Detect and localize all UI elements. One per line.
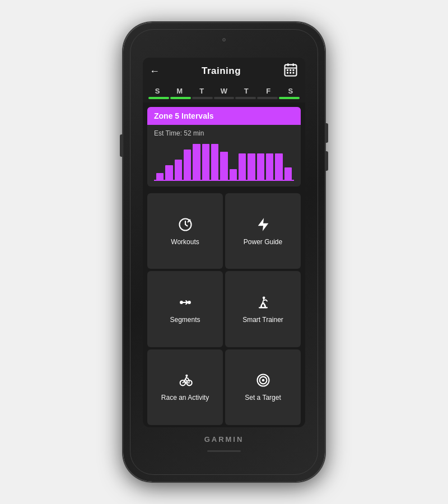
race-activity-icon — [178, 372, 193, 390]
side-button-left[interactable] — [120, 134, 123, 157]
week-bar: S M T W T F S — [143, 85, 305, 102]
workout-card-header: Zone 5 Intervals — [147, 107, 301, 125]
svg-rect-4 — [287, 69, 288, 71]
svg-marker-12 — [258, 218, 268, 231]
est-time: Est Time: 52 min — [154, 129, 294, 137]
side-button-right-bottom[interactable] — [325, 151, 328, 171]
day-t2: T — [237, 87, 255, 95]
day-s1: S — [148, 87, 166, 95]
indicator-s2 — [279, 97, 300, 99]
chart-area — [154, 142, 294, 181]
bar-7 — [211, 144, 218, 181]
workouts-icon — [178, 217, 193, 235]
race-activity-label: Race an Activity — [161, 394, 209, 402]
workout-card-body: Est Time: 52 min — [147, 125, 301, 186]
power-guide-label: Power Guide — [244, 238, 282, 246]
header: ← Training — [143, 58, 305, 85]
menu-item-power-guide[interactable]: Power Guide — [225, 193, 301, 269]
svg-rect-6 — [293, 69, 295, 71]
menu-item-smart-trainer[interactable]: Smart Trainer — [225, 271, 301, 347]
bar-11 — [248, 153, 255, 181]
bar-9 — [230, 169, 237, 181]
indicator-m — [170, 97, 191, 99]
smart-trainer-label: Smart Trainer — [242, 316, 283, 324]
bar-14 — [275, 153, 282, 181]
side-button-right-top[interactable] — [325, 123, 328, 143]
indicator-s1 — [148, 97, 169, 99]
camera — [222, 38, 226, 41]
workout-card[interactable]: Zone 5 Intervals Est Time: 52 min — [147, 107, 301, 186]
bar-10 — [239, 153, 246, 181]
set-target-icon — [255, 372, 271, 390]
menu-item-segments[interactable]: Segments — [147, 271, 223, 347]
workout-title: Zone 5 Intervals — [154, 111, 214, 120]
bar-2 — [165, 165, 172, 181]
screen-bezel: ← Training — [143, 58, 305, 427]
calendar-icon[interactable] — [283, 62, 298, 80]
indicator-t1 — [192, 97, 213, 99]
svg-rect-9 — [293, 72, 295, 74]
bar-8 — [220, 152, 227, 181]
menu-item-set-target[interactable]: Set a Target — [225, 349, 301, 425]
device-body: ← Training — [123, 22, 325, 482]
power-guide-icon — [255, 217, 271, 235]
svg-rect-8 — [290, 72, 291, 74]
bar-15 — [284, 167, 292, 181]
workouts-label: Workouts — [171, 238, 199, 246]
smart-trainer-icon — [255, 295, 271, 312]
day-t1: T — [193, 87, 211, 95]
bar-6 — [202, 144, 209, 181]
day-m: M — [171, 87, 189, 95]
set-target-label: Set a Target — [245, 394, 281, 402]
week-days: S M T W T F S — [148, 87, 300, 95]
day-w: W — [215, 87, 233, 95]
day-f: F — [259, 87, 277, 95]
back-button[interactable]: ← — [150, 66, 160, 77]
indicator-f — [257, 97, 278, 99]
chart-baseline — [154, 180, 294, 181]
menu-item-race-activity[interactable]: Race an Activity — [147, 349, 223, 425]
week-indicators — [148, 97, 300, 99]
day-s2: S — [282, 87, 300, 95]
bar-12 — [257, 153, 264, 181]
bar-5 — [193, 144, 200, 181]
menu-item-workouts[interactable]: Workouts — [147, 193, 223, 269]
svg-point-22 — [262, 379, 264, 382]
bottom-line — [207, 450, 241, 452]
menu-grid: Workouts Power Guide — [143, 191, 305, 427]
segments-icon — [178, 295, 193, 312]
bar-3 — [175, 160, 182, 181]
segments-label: Segments — [170, 316, 200, 324]
bar-13 — [266, 153, 273, 181]
page-title: Training — [202, 66, 241, 77]
indicator-t2 — [235, 97, 256, 99]
svg-rect-7 — [287, 72, 288, 74]
bar-4 — [184, 150, 191, 181]
svg-rect-5 — [290, 69, 291, 71]
indicator-w — [214, 97, 235, 99]
garmin-brand: GARMIN — [204, 435, 244, 444]
screen: ← Training — [143, 58, 305, 427]
